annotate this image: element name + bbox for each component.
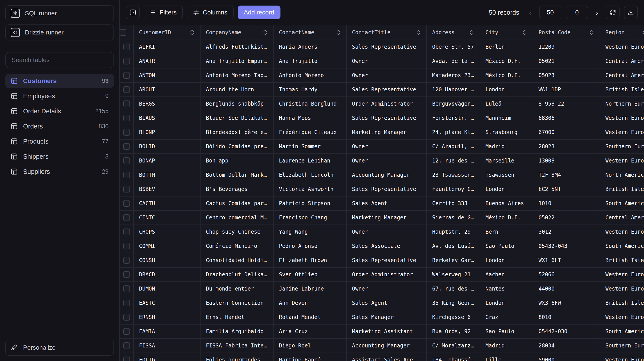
column-header-contacttitle[interactable]: ContactTitle (347, 25, 427, 40)
row-checkbox[interactable] (123, 172, 130, 178)
row-checkbox[interactable] (123, 314, 130, 320)
cell-customerid[interactable]: CONSH (134, 253, 200, 267)
cell-contacttitle[interactable]: Marketing Manager (347, 125, 427, 139)
cell-contactname[interactable]: Laurence Lebihan (274, 154, 347, 168)
column-header-region[interactable]: Region (600, 25, 644, 40)
cell-contactname[interactable]: Elizabeth Lincoln (274, 168, 347, 182)
cell-customerid[interactable]: FISSA (134, 339, 200, 352)
cell-customerid[interactable]: CHOPS (134, 225, 200, 239)
cell-city[interactable]: Graz (480, 310, 533, 324)
cell-region[interactable]: Western Europe (600, 154, 644, 168)
cell-address[interactable]: Berguvsvägen… (427, 97, 480, 111)
cell-customerid[interactable]: ALFKI (134, 40, 200, 54)
cell-contacttitle[interactable]: Sales Representative (347, 182, 427, 196)
cell-address[interactable]: 35 King Geor… (427, 296, 480, 310)
cell-city[interactable]: Sao Paulo (480, 239, 533, 253)
cell-region[interactable]: British Isles (600, 182, 644, 196)
cell-contacttitle[interactable]: Assistant Sales Age… (347, 353, 427, 361)
cell-address[interactable]: 120 Hanover … (427, 83, 480, 97)
cell-postalcode[interactable]: 13008 (533, 154, 600, 168)
cell-companyname[interactable]: Blauer See Delikat… (200, 111, 274, 125)
cell-region[interactable]: Southern Europe (600, 140, 644, 153)
cell-postalcode[interactable]: 44000 (533, 282, 600, 296)
cell-customerid[interactable]: DRACD (134, 268, 200, 281)
cell-contacttitle[interactable]: Owner (347, 225, 427, 239)
cell-region[interactable]: South America (600, 324, 644, 338)
cell-postalcode[interactable]: 05442-030 (533, 324, 600, 338)
cell-region[interactable]: Western Europe (600, 40, 644, 54)
next-page-button[interactable]: › (592, 8, 601, 17)
cell-contactname[interactable]: Martine Rancé (274, 353, 347, 361)
cell-companyname[interactable]: Comércio Mineiro (200, 239, 274, 253)
cell-companyname[interactable]: Eastern Connection (200, 296, 274, 310)
cell-address[interactable]: Fauntleroy C… (427, 182, 480, 196)
cell-customerid[interactable]: CENTC (134, 211, 200, 224)
row-checkbox[interactable] (123, 356, 130, 361)
cell-region[interactable]: South America (600, 196, 644, 210)
cell-contacttitle[interactable]: Accounting Manager (347, 339, 427, 352)
cell-postalcode[interactable]: 28034 (533, 339, 600, 352)
cell-companyname[interactable]: Bon app' (200, 154, 274, 168)
prev-page-button[interactable]: ‹ (526, 8, 535, 17)
page-size-input[interactable]: 50 (539, 6, 562, 19)
cell-contacttitle[interactable]: Marketing Assistant (347, 324, 427, 338)
cell-postalcode[interactable]: 12209 (533, 40, 600, 54)
export-button[interactable] (624, 6, 638, 19)
cell-region[interactable]: Western Europe (600, 310, 644, 324)
cell-contacttitle[interactable]: Sales Representative (347, 253, 427, 267)
cell-address[interactable]: Hauptstr. 29 (427, 225, 480, 239)
cell-contactname[interactable]: Elizabeth Brown (274, 253, 347, 267)
row-checkbox[interactable] (123, 328, 130, 335)
cell-contactname[interactable]: Victoria Ashworth (274, 182, 347, 196)
cell-city[interactable]: Lille (480, 353, 533, 361)
cell-region[interactable]: British Isles (600, 83, 644, 97)
row-checkbox[interactable] (123, 285, 130, 292)
cell-address[interactable]: Kirchgasse 6 (427, 310, 480, 324)
cell-companyname[interactable]: Chop-suey Chinese (200, 225, 274, 239)
cell-region[interactable]: Central America (600, 69, 644, 82)
cell-address[interactable]: 23 Tsawassen… (427, 168, 480, 182)
cell-region[interactable]: Central America (600, 211, 644, 224)
cell-postalcode[interactable]: 3012 (533, 225, 600, 239)
drizzle-runner-button[interactable]: Drizzle runner (5, 25, 114, 41)
cell-region[interactable]: Western Europe (600, 111, 644, 125)
row-checkbox[interactable] (123, 58, 130, 65)
cell-region[interactable]: Western Europe (600, 353, 644, 361)
cell-contactname[interactable]: Aria Cruz (274, 324, 347, 338)
cell-customerid[interactable]: CACTU (134, 196, 200, 210)
cell-city[interactable]: Luleå (480, 97, 533, 111)
cell-region[interactable]: Southern Europe (600, 339, 644, 352)
row-checkbox[interactable] (123, 143, 130, 150)
cell-contacttitle[interactable]: Owner (347, 282, 427, 296)
personalize-button[interactable]: Personalize (5, 340, 114, 356)
cell-customerid[interactable]: AROUT (134, 83, 200, 97)
sidebar-item-shippers[interactable]: Shippers 3 (5, 149, 114, 164)
cell-customerid[interactable]: BLONP (134, 125, 200, 139)
cell-address[interactable]: Mataderos 23… (427, 69, 480, 82)
row-checkbox[interactable] (123, 214, 130, 221)
cell-customerid[interactable]: COMMI (134, 239, 200, 253)
cell-postalcode[interactable]: 67000 (533, 125, 600, 139)
cell-city[interactable]: London (480, 83, 533, 97)
cell-region[interactable]: Western Europe (600, 282, 644, 296)
cell-companyname[interactable]: Berglunds snabbköp (200, 97, 274, 111)
sort-icon[interactable] (190, 29, 195, 36)
cell-customerid[interactable]: EASTC (134, 296, 200, 310)
column-header-companyname[interactable]: CompanyName (200, 25, 274, 40)
cell-region[interactable]: Northern Europe (600, 97, 644, 111)
row-checkbox[interactable] (123, 228, 130, 235)
cell-contactname[interactable]: Martín Sommer (274, 140, 347, 153)
cell-region[interactable]: British Isles (600, 253, 644, 267)
cell-customerid[interactable]: ANATR (134, 54, 200, 68)
cell-contactname[interactable]: Thomas Hardy (274, 83, 347, 97)
cell-region[interactable]: Western Europe (600, 225, 644, 239)
cell-customerid[interactable]: ANTON (134, 69, 200, 82)
cell-companyname[interactable]: B's Beverages (200, 182, 274, 196)
cell-contacttitle[interactable]: Owner (347, 69, 427, 82)
cell-companyname[interactable]: Familia Arquibaldo (200, 324, 274, 338)
cell-contacttitle[interactable]: Sales Representative (347, 83, 427, 97)
collapse-sidebar-button[interactable] (126, 6, 140, 19)
cell-companyname[interactable]: Antonio Moreno Taq… (200, 69, 274, 82)
cell-region[interactable]: British Isles (600, 296, 644, 310)
column-header-postalcode[interactable]: PostalCode (533, 25, 600, 40)
